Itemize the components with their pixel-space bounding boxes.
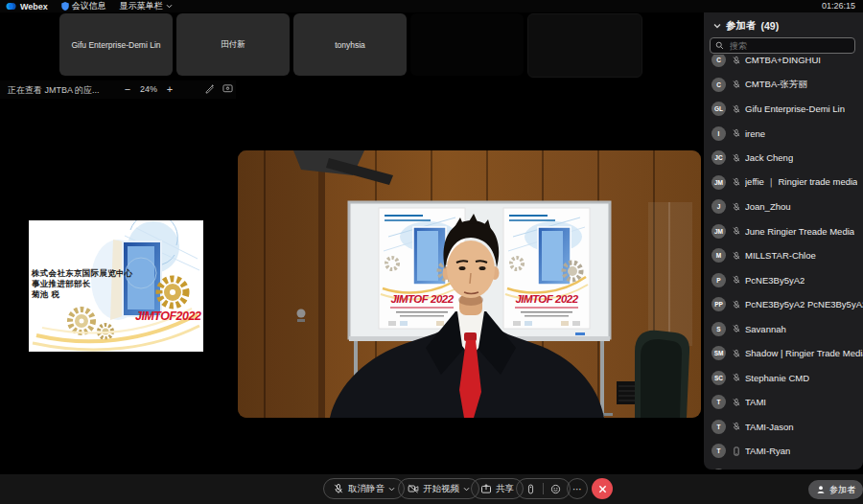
titlebar: Webex 会议信息 显示菜单栏 01:26:15 (0, 0, 863, 12)
shield-icon (61, 2, 69, 11)
participant-avatar: S (711, 322, 726, 336)
participant-row[interactable]: S Savannah (704, 317, 863, 342)
participant-avatar: SM (711, 346, 726, 360)
participant-avatar: GL (711, 102, 726, 116)
webex-logo-icon (6, 1, 16, 11)
participants-toggle-label: 参加者 (829, 484, 855, 496)
extra-controls-group (516, 478, 571, 499)
participant-row[interactable]: I irene (704, 122, 863, 147)
meeting-info-label: 会议信息 (72, 0, 106, 12)
participant-thumbnail[interactable]: tonyhsia (293, 13, 407, 76)
app-name: Webex (20, 2, 48, 11)
participant-row[interactable]: T TAMI-Ryan (704, 439, 863, 464)
zoom-out-button[interactable]: − (121, 82, 134, 96)
participant-name: MILLSTAR-Chloe (745, 250, 816, 261)
participants-search-input[interactable] (728, 40, 850, 52)
person-icon (816, 485, 826, 494)
shared-content-viewport: 株式会社东京国际展览中心 事业推进部部长 菊池 税 JIMTOF2022 (0, 100, 236, 474)
start-video-button[interactable]: 开始视频 (398, 478, 479, 499)
participant-row[interactable]: GL Gifu Enterprise-Demi Lin (704, 97, 863, 122)
thumbnail-name: tonyhsia (331, 40, 369, 50)
participant-row[interactable]: C CMTBA+DINGHUI (704, 55, 863, 73)
participant-avatar: P (711, 273, 726, 287)
participant-row[interactable]: J Joan_Zhou (704, 195, 863, 219)
mic-muted-icon (732, 202, 741, 212)
camera-off-icon (408, 483, 419, 494)
participant-row[interactable] (704, 464, 863, 470)
participant-row[interactable]: JM jeffie ｜ Ringier trade media (704, 171, 863, 195)
participants-header[interactable]: 参加者 (49) (713, 19, 779, 33)
recorder-icon[interactable] (525, 484, 536, 494)
mic-muted-icon (732, 324, 741, 333)
participants-list-viewport[interactable]: C CMTBA+DINGHUI C (704, 55, 863, 470)
participants-search[interactable] (710, 37, 855, 54)
chevron-down-icon[interactable] (388, 487, 395, 492)
mic-muted-icon (732, 300, 741, 309)
participant-avatar: T (711, 395, 726, 409)
participant-avatar: C (711, 78, 726, 92)
poster-right: JIMTOF 2022 (503, 208, 590, 329)
participant-row[interactable]: SM Shadow | Ringier Trade Media (704, 341, 863, 366)
mic-muted-icon (732, 153, 741, 163)
participant-name: June Ringier Treade Media (745, 226, 854, 237)
participant-row[interactable]: SC Stephanie CMD (704, 366, 863, 391)
participant-thumbnail[interactable]: Gifu Enterprise-Demi Lin (59, 13, 173, 76)
mic-muted-icon (732, 422, 741, 431)
more-options-button[interactable]: ⋯ (567, 478, 588, 499)
participant-name: TAMI-Jason (745, 422, 794, 432)
participant-avatar: JM (711, 175, 726, 190)
chevron-down-icon[interactable] (463, 487, 470, 492)
participant-name: TAMI (745, 397, 766, 407)
thumbnail-name: 田付新 (217, 39, 249, 51)
participant-name: Stephanie CMD (745, 373, 809, 383)
participants-title: 参加者 (726, 19, 757, 33)
display-options-icon[interactable] (222, 83, 233, 94)
participants-toggle-button[interactable]: 参加者 (808, 480, 863, 499)
participant-avatar: SC (711, 371, 726, 385)
phone-icon (732, 447, 741, 456)
participant-avatar: C (711, 55, 726, 67)
mic-muted-icon (732, 56, 741, 65)
participant-row[interactable]: JC Jack Cheng (704, 146, 863, 171)
participant-row[interactable]: C CMTBA-张芳丽 (704, 73, 863, 98)
mic-muted-icon (333, 483, 344, 494)
participant-name: irene (745, 128, 765, 139)
mic-muted-icon (732, 128, 741, 138)
mic-muted-icon (732, 104, 741, 114)
mic-muted-icon (732, 226, 741, 236)
participants-list: C CMTBA+DINGHUI C (704, 55, 863, 470)
participant-name: Shadow | Ringier Trade Media (745, 348, 863, 358)
participant-row[interactable]: T TAMI (704, 390, 863, 415)
mic-muted-icon (732, 275, 741, 285)
participant-row[interactable]: P PcNE3By5yA2 (704, 268, 863, 293)
meeting-info-button[interactable]: 会议信息 (61, 0, 106, 12)
participant-row[interactable]: JM June Ringier Treade Media (704, 219, 863, 244)
zoom-in-button[interactable]: + (163, 82, 176, 96)
participant-thumbnail[interactable]: 田付新 (176, 13, 290, 76)
show-menubar-label: 显示菜单栏 (120, 0, 163, 12)
meeting-clock: 01:26:15 (822, 1, 855, 11)
close-icon (598, 485, 607, 493)
participant-name: CMTBA+DINGHUI (745, 55, 821, 65)
divider (543, 483, 544, 494)
leave-meeting-button[interactable] (592, 478, 613, 499)
participant-avatar: J (711, 199, 726, 214)
show-menubar-button[interactable]: 显示菜单栏 (120, 0, 173, 12)
active-speaker-video[interactable]: JIMTOF 2022 (238, 150, 701, 418)
participant-row[interactable]: T TAMI-Jason (704, 415, 863, 440)
participant-avatar: JC (711, 150, 726, 165)
thumbnail-name: Gifu Enterprise-Demi Lin (67, 40, 164, 50)
collapse-chevron-icon[interactable] (713, 23, 721, 29)
video-thumbnail-strip: Gifu Enterprise-Demi Lin 田付新 tonyhsia (59, 13, 642, 78)
participant-thumbnail[interactable] (410, 13, 524, 76)
chevron-down-icon (166, 4, 173, 9)
participant-row[interactable]: PP PcNE3By5yA2 PcNE3By5yA2 (704, 292, 863, 317)
webex-meeting-window: Webex 会议信息 显示菜单栏 01:26:15 Gifu Enterpris… (0, 0, 863, 504)
participant-row[interactable]: M MILLSTAR-Chloe (704, 243, 863, 268)
share-view-toolbar: 正在查看 JMTBA 的应... − 24% + (0, 80, 236, 99)
participant-thumbnail[interactable] (527, 13, 642, 78)
annotate-icon[interactable] (204, 83, 215, 94)
reactions-icon[interactable] (550, 484, 561, 494)
participant-avatar: T (711, 444, 726, 458)
unmute-button[interactable]: 取消静音 (323, 478, 405, 499)
